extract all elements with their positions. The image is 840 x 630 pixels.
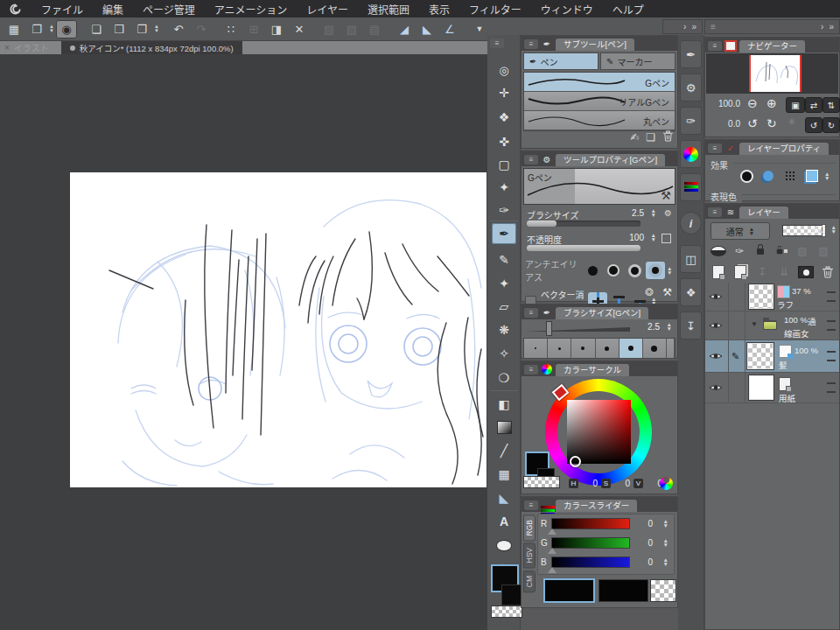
brush-preset-4[interactable] bbox=[596, 339, 620, 358]
brush-tool[interactable]: ❋ bbox=[492, 319, 516, 340]
menu-animation[interactable]: アニメーション bbox=[214, 2, 288, 17]
slider-main-color-swatch[interactable] bbox=[543, 578, 595, 603]
slider-sub-color-swatch[interactable] bbox=[598, 579, 648, 602]
gradient-tool[interactable] bbox=[492, 416, 516, 438]
color-slider-title[interactable]: カラースライダー bbox=[556, 500, 637, 512]
subtool-tab-marker[interactable]: ✎ マーカー bbox=[600, 52, 676, 70]
hair-layer-thumbnail[interactable] bbox=[747, 343, 774, 369]
blue-slider-caret[interactable] bbox=[548, 567, 556, 573]
color-slider-tab-cmyk[interactable]: CM bbox=[523, 570, 536, 592]
layer-property-title[interactable]: レイヤープロパティ bbox=[739, 143, 829, 155]
dock-color-wheel-icon[interactable] bbox=[680, 140, 702, 168]
brush-size-menu-icon[interactable]: ≡ bbox=[524, 308, 538, 318]
ruler-tool[interactable]: ◣ bbox=[492, 487, 516, 508]
layer-visible-eye-icon[interactable] bbox=[709, 289, 723, 304]
menu-selection[interactable]: 選択範囲 bbox=[368, 2, 410, 17]
frame-border-tool[interactable]: ▦ bbox=[492, 464, 516, 485]
red-channel-value[interactable]: 0 bbox=[648, 519, 653, 528]
green-slider-caret[interactable] bbox=[548, 548, 556, 554]
brush-preset-scrollbar[interactable] bbox=[667, 339, 675, 358]
subtool-detail-wrench-icon[interactable]: ⚒ bbox=[661, 189, 671, 202]
subtool-panel-title[interactable]: サブツール[ペン] bbox=[556, 38, 634, 51]
balloon-tool[interactable] bbox=[492, 535, 516, 556]
brush-size-slider-handle[interactable] bbox=[546, 321, 552, 336]
lock-layer-icon[interactable] bbox=[751, 243, 770, 260]
hand-tool[interactable]: ✛ bbox=[492, 82, 516, 103]
red-channel-slider[interactable] bbox=[551, 518, 630, 529]
layer-row-paper[interactable]: 用紙 bbox=[705, 373, 839, 403]
menu-edit[interactable]: 編集 bbox=[102, 2, 123, 17]
color-circle-title[interactable]: カラーサークル bbox=[556, 364, 629, 376]
clipping-icon[interactable] bbox=[709, 243, 728, 260]
menu-window[interactable]: ウィンドウ bbox=[541, 2, 593, 17]
rough-layer-name[interactable]: ラフ bbox=[777, 298, 794, 311]
dock-grip-icon[interactable]: ≡ bbox=[710, 22, 716, 32]
invert-selection-button[interactable]: ▨ bbox=[318, 20, 340, 38]
antialias-middle-button[interactable] bbox=[625, 262, 644, 279]
expand-selection-button[interactable]: ▧ bbox=[341, 20, 362, 38]
tool-palette-menu-icon[interactable]: ≡ bbox=[490, 38, 504, 48]
slider-transparent-swatch[interactable] bbox=[650, 579, 676, 602]
blue-channel-slider[interactable] bbox=[551, 556, 630, 568]
layer-opacity-value[interactable]: 100 bbox=[810, 225, 825, 234]
reset-settings-icon[interactable]: ❂ bbox=[645, 286, 654, 298]
hair-layer-name[interactable]: 髪 bbox=[779, 359, 788, 371]
zoom-in-icon[interactable]: ⊕ bbox=[766, 96, 777, 110]
pen-tool[interactable]: ✒ bbox=[492, 223, 516, 244]
menu-page-manage[interactable]: ページ管理 bbox=[143, 2, 195, 17]
lineart-folder-name[interactable]: 線画女 bbox=[784, 327, 809, 340]
color-slider-menu-icon[interactable]: ≡ bbox=[524, 500, 538, 510]
brush-preset-2[interactable] bbox=[548, 339, 571, 358]
flip-vertical-button[interactable]: ⇅ bbox=[822, 97, 840, 113]
layer-mask-icon[interactable] bbox=[797, 264, 816, 281]
border-effect-icon[interactable] bbox=[737, 167, 756, 185]
new-subtool-icon[interactable]: ❏ bbox=[646, 131, 655, 144]
blend-mode-dropdown[interactable]: 通常 ▲▼ bbox=[710, 222, 770, 240]
snap-grid-button[interactable]: ∠ bbox=[439, 20, 460, 38]
blue-stepper[interactable]: ▲▼ bbox=[663, 557, 668, 566]
layer-row-hair-selected[interactable]: ✎ 100 % 髪 bbox=[705, 340, 839, 373]
tool-property-menu-icon[interactable]: ≡ bbox=[524, 155, 538, 164]
effect-stepper[interactable]: ▲▼ bbox=[824, 172, 830, 180]
collapse-double-chevron-icon[interactable]: » bbox=[691, 22, 696, 32]
brush-preset-1[interactable] bbox=[524, 339, 548, 358]
eraser-tool[interactable]: ▱ bbox=[492, 296, 516, 317]
brush-preset-3[interactable] bbox=[571, 339, 595, 358]
deselect-button[interactable]: ∷ bbox=[220, 20, 242, 38]
document-tab[interactable]: 秋アイコン* (1112 x 834px 72dpi 100.0%) bbox=[61, 41, 242, 54]
text-tool[interactable]: A bbox=[492, 511, 516, 532]
layers-title[interactable]: レイヤー bbox=[739, 206, 788, 219]
workspace-switch-button[interactable]: ❐ bbox=[26, 20, 47, 38]
clip-studio-button[interactable]: ◉ bbox=[56, 20, 77, 38]
antialias-stepper[interactable]: ▲▼ bbox=[667, 266, 672, 275]
snap-ruler-button[interactable]: ◢ bbox=[394, 20, 415, 38]
operation-tool[interactable]: ❖ bbox=[492, 107, 516, 128]
subtool-item-real-gpen[interactable]: リアルGペン bbox=[524, 92, 675, 111]
reset-all-button[interactable]: ↻ bbox=[822, 117, 840, 133]
layer-row-lineart-folder[interactable]: ▼ 100 % 通 線画女 bbox=[705, 312, 839, 340]
brush-size-panel-stepper[interactable]: ▲▼ bbox=[667, 322, 672, 331]
workspace-tab-label[interactable]: イラスト bbox=[14, 41, 49, 54]
rough-layer-thumbnail[interactable] bbox=[749, 284, 774, 309]
navigator-zoom-value[interactable]: 100.0 bbox=[709, 99, 740, 108]
dock-download-icon[interactable]: ↧ bbox=[680, 312, 702, 340]
airbrush-tool[interactable]: ✧ bbox=[492, 343, 516, 364]
sub-color-swatch[interactable] bbox=[501, 584, 522, 606]
snap-special-ruler-button[interactable]: ◣ bbox=[416, 20, 438, 38]
blue-channel-value[interactable]: 0 bbox=[648, 557, 653, 567]
collapse-double-chevron-icon-2[interactable]: » bbox=[829, 22, 834, 32]
dock-subview-icon[interactable]: ◫ bbox=[680, 245, 702, 273]
opacity-value[interactable]: 100 bbox=[629, 233, 644, 242]
import-subtool-icon[interactable]: ✍ bbox=[630, 131, 639, 144]
reselect-button[interactable]: ⊞ bbox=[243, 20, 264, 38]
collapse-chevron-icon-2[interactable]: › bbox=[821, 22, 823, 32]
rotate-right-icon[interactable]: ↻ bbox=[766, 116, 777, 130]
move-layer-tool[interactable]: ✜ bbox=[492, 131, 516, 152]
tone-effect-icon[interactable] bbox=[780, 167, 800, 185]
navigator-rotation-value[interactable]: 0.0 bbox=[709, 119, 740, 129]
color-slider-tab-hsv[interactable]: HSV bbox=[523, 542, 536, 568]
new-file-button[interactable]: ❏ bbox=[86, 20, 107, 38]
draft-layer-icon[interactable]: ▨ bbox=[793, 243, 812, 260]
new-raster-layer-icon[interactable] bbox=[709, 264, 727, 281]
menu-view[interactable]: 表示 bbox=[429, 2, 450, 17]
